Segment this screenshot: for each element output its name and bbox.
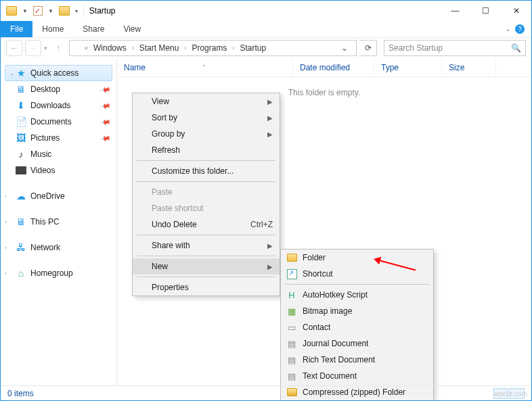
window-title: Startup	[84, 6, 116, 16]
menu-properties[interactable]: Properties	[133, 279, 280, 296]
forward-button[interactable]: →	[25, 40, 41, 56]
address-row: ← → ▾ ↑ « Windows› Start Menu› Programs›…	[1, 38, 531, 58]
new-submenu: Folder Shortcut HAutoHotkey Script ▦Bitm…	[280, 249, 434, 401]
tab-share[interactable]: Share	[73, 21, 114, 37]
nav-this-pc[interactable]: ›🖥This PC	[1, 214, 116, 230]
submenu-txt[interactable]: ▤Text Document	[281, 368, 433, 384]
file-tab[interactable]: File	[1, 21, 32, 37]
breadcrumb-item[interactable]: Programs	[189, 43, 229, 53]
close-button[interactable]: ✕	[501, 1, 531, 21]
qat-dropdown-icon[interactable]: ▼	[47, 8, 55, 14]
menu-paste-shortcut: Paste shortcut	[133, 200, 280, 216]
search-icon: 🔍	[511, 43, 521, 53]
context-menu: View▶ Sort by▶ Group by▶ Refresh Customi…	[132, 93, 280, 296]
submenu-rtf[interactable]: ▤Rich Text Document	[281, 352, 433, 368]
maximize-button[interactable]: ☐	[470, 1, 501, 21]
up-button[interactable]: ↑	[50, 40, 66, 56]
homegroup-icon: ⌂	[16, 268, 26, 279]
menu-undo-delete[interactable]: Undo DeleteCtrl+Z	[133, 216, 280, 233]
nav-quick-access[interactable]: ⌄ ★ Quick access	[5, 65, 112, 81]
submenu-ahk[interactable]: HAutoHotkey Script	[281, 287, 433, 303]
column-headers: Name˄ Date modified Type Size	[117, 58, 531, 77]
column-type[interactable]: Type	[374, 58, 442, 76]
expand-icon[interactable]: ›	[5, 270, 7, 277]
refresh-button[interactable]: ⟳	[359, 40, 377, 56]
downloads-icon: ⬇	[16, 100, 26, 111]
menu-view[interactable]: View▶	[133, 93, 280, 110]
quick-access-toolbar: ▼ ✓ ▼ ▾	[1, 5, 84, 17]
status-bar: 0 items	[1, 385, 531, 400]
pin-icon: 📌	[100, 84, 111, 95]
properties-icon[interactable]: ✓	[33, 6, 43, 16]
expand-icon[interactable]: ›	[5, 245, 7, 251]
submenu-arrow-icon: ▶	[267, 263, 273, 270]
nav-desktop[interactable]: 🖥Desktop📌	[1, 81, 116, 97]
menu-paste: Paste	[133, 184, 280, 200]
music-icon: ♪	[16, 149, 26, 160]
expand-ribbon-icon[interactable]: ⌄	[506, 26, 511, 32]
column-date[interactable]: Date modified	[293, 58, 374, 76]
help-icon[interactable]: ?	[515, 24, 525, 34]
submenu-arrow-icon: ▶	[267, 131, 273, 138]
menu-sort-by[interactable]: Sort by▶	[133, 110, 280, 126]
search-input[interactable]: Search Startup 🔍	[384, 40, 526, 56]
nav-network[interactable]: ›🖧Network	[1, 239, 116, 256]
column-name[interactable]: Name˄	[117, 58, 293, 76]
submenu-journal[interactable]: ▤Journal Document	[281, 335, 433, 352]
sort-indicator-icon: ˄	[202, 64, 205, 70]
explorer-window: ▼ ✓ ▼ ▾ Startup — ☐ ✕ File Home Share Vi…	[0, 0, 532, 401]
submenu-bitmap[interactable]: ▦Bitmap image	[281, 303, 433, 319]
image-icon: ▦	[286, 306, 297, 316]
address-bar[interactable]: « Windows› Start Menu› Programs› Startup…	[69, 40, 357, 56]
expand-icon[interactable]: ›	[5, 193, 7, 199]
menu-share-with[interactable]: Share with▶	[133, 237, 280, 254]
menu-group-by[interactable]: Group by▶	[133, 126, 280, 142]
menu-customize[interactable]: Customize this folder...	[133, 163, 280, 179]
submenu-contact[interactable]: ▭Contact	[281, 319, 433, 335]
nav-music[interactable]: ♪Music	[1, 146, 116, 162]
videos-icon	[16, 166, 26, 174]
expand-icon[interactable]: ›	[5, 219, 7, 225]
breadcrumb-item[interactable]: Startup	[237, 43, 269, 53]
submenu-arrow-icon: ▶	[267, 114, 273, 122]
nav-documents[interactable]: 📄Documents📌	[1, 114, 116, 130]
breadcrumb-item[interactable]: Start Menu	[137, 43, 182, 53]
qat-more-icon[interactable]: ▾	[74, 8, 79, 14]
ribbon: File Home Share View ⌄ ?	[1, 21, 531, 38]
collapse-icon[interactable]: ⌄	[9, 70, 14, 76]
contact-icon: ▭	[286, 322, 297, 333]
recent-locations-icon[interactable]: ▾	[44, 45, 47, 51]
breadcrumb-item[interactable]: Windows	[91, 43, 129, 53]
watermark: wsxdn.com	[493, 390, 527, 398]
pc-icon: 🖥	[16, 216, 26, 227]
pin-icon: 📌	[100, 133, 111, 143]
tab-view[interactable]: View	[114, 21, 150, 37]
back-button[interactable]: ←	[6, 40, 22, 56]
desktop-icon: 🖥	[16, 84, 26, 95]
nav-onedrive[interactable]: ›☁OneDrive	[1, 188, 116, 204]
navigation-pane: ⌄ ★ Quick access 🖥Desktop📌 ⬇Downloads📌 📄…	[1, 58, 117, 385]
tab-home[interactable]: Home	[32, 21, 73, 37]
network-icon: 🖧	[16, 242, 26, 253]
journal-icon: ▤	[286, 338, 297, 349]
folder-icon	[6, 6, 17, 16]
submenu-folder[interactable]: Folder	[281, 250, 433, 266]
column-size[interactable]: Size	[442, 58, 496, 76]
pictures-icon: 🖼	[16, 133, 26, 143]
submenu-arrow-icon: ▶	[267, 242, 273, 250]
nav-homegroup[interactable]: ›⌂Homegroup	[1, 265, 116, 281]
nav-downloads[interactable]: ⬇Downloads📌	[1, 97, 116, 114]
menu-refresh[interactable]: Refresh	[133, 142, 280, 158]
search-placeholder: Search Startup	[389, 43, 443, 53]
nav-videos[interactable]: Videos	[1, 162, 116, 179]
minimize-button[interactable]: —	[440, 1, 470, 21]
qat-dropdown-icon[interactable]: ▼	[21, 8, 29, 14]
file-icon: H	[286, 289, 297, 300]
address-dropdown-icon[interactable]: ⌄	[336, 43, 353, 53]
rtf-icon: ▤	[286, 354, 297, 365]
txt-icon: ▤	[286, 371, 297, 381]
item-count: 0 items	[7, 389, 34, 398]
nav-pictures[interactable]: 🖼Pictures📌	[1, 130, 116, 146]
new-folder-icon[interactable]	[59, 6, 70, 16]
menu-new[interactable]: New▶	[133, 258, 280, 275]
